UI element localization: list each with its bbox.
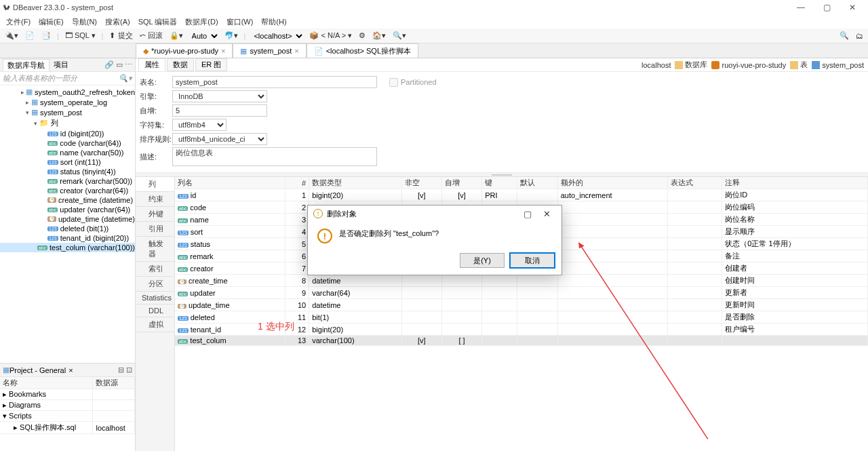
close-icon[interactable]: ×	[221, 47, 225, 55]
rollback-button[interactable]: ⤺ 回滚	[138, 31, 165, 41]
menu-icon[interactable]: ⊟	[118, 366, 124, 374]
home-icon[interactable]: 🏠▾	[370, 31, 388, 40]
menu-search[interactable]: 搜索(A)	[102, 16, 134, 28]
select-collation[interactable]: utf8mb4_unicode_ci	[172, 133, 267, 145]
menu-help[interactable]: 帮助(H)	[258, 16, 290, 28]
connection-dropdown[interactable]: <localhost>	[250, 31, 304, 41]
subtab-er[interactable]: ER 图	[195, 58, 227, 71]
tree-item[interactable]: 🕒 create_time (datetime)	[0, 195, 135, 205]
perspective-icon[interactable]: 🗂	[854, 32, 865, 40]
tree-item[interactable]: abc remark (varchar(500))	[0, 176, 135, 186]
link-icon[interactable]: 🔗	[104, 60, 114, 69]
column-header[interactable]: 数据类型	[309, 177, 401, 189]
grid-tab[interactable]: 引用	[136, 222, 174, 237]
breadcrumb-item[interactable]: localhost	[631, 60, 671, 70]
tab-system-post[interactable]: ▦system_post×	[233, 43, 306, 58]
column-header[interactable]: #	[285, 177, 309, 189]
list-item[interactable]: ▾ Scripts	[0, 411, 135, 422]
sync-icon[interactable]: 🔍▾	[391, 31, 408, 40]
select-charset[interactable]: utf8mb4	[172, 119, 226, 131]
grid-tab[interactable]: Statistics	[136, 292, 174, 305]
settings-icon[interactable]: ⚙	[357, 31, 368, 40]
table-row[interactable]: abc updater 9 varchar(64) 更新者	[175, 287, 868, 299]
dialog-maximize-button[interactable]: ▢	[518, 209, 537, 219]
collapse-icon[interactable]: ▭	[116, 60, 123, 69]
save-icon[interactable]: 📑	[39, 31, 53, 40]
col-datasource[interactable]: 数据源	[93, 377, 135, 389]
tree-filter-input[interactable]: 输入表格名称的一部分 🔍▾	[0, 72, 135, 85]
tab-projects[interactable]: 项目	[50, 59, 73, 71]
close-button[interactable]: ✕	[840, 3, 865, 12]
menu-database[interactable]: 数据库(D)	[182, 16, 221, 28]
tree-item[interactable]: ▸ ▦ system_oauth2_refresh_token	[0, 87, 135, 97]
tree-item[interactable]: ▾ 📁 列	[0, 117, 135, 129]
collapse-icon[interactable]: ⊡	[126, 366, 132, 374]
grid-tab[interactable]: DDL	[136, 305, 174, 317]
table-row[interactable]: 🕒 update_time 10 datetime 更新时间	[175, 299, 868, 311]
column-header[interactable]: 默认	[517, 177, 557, 189]
auto-commit-dropdown[interactable]: Auto	[188, 31, 220, 41]
maximize-button[interactable]: ▢	[814, 3, 840, 12]
tree-item[interactable]: 123 status (tinyint(4))	[0, 167, 135, 176]
menu-nav[interactable]: 导航(N)	[68, 16, 100, 28]
column-header[interactable]: 列名	[175, 177, 285, 189]
table-row[interactable]: 🕒 create_time 8 datetime 创建时间	[175, 275, 868, 287]
select-engine[interactable]: InnoDB	[172, 90, 267, 102]
tree-item[interactable]: 🕒 update_time (datetime)	[0, 214, 135, 224]
column-header[interactable]: 注释	[722, 177, 868, 189]
menu-edit[interactable]: 编辑(E)	[35, 16, 67, 28]
tree-item[interactable]: 123 deleted (bit(1))	[0, 224, 135, 233]
table-row[interactable]: 123 id 1 bigint(20)[v][v] PRIauto_increm…	[175, 189, 868, 201]
grid-tab[interactable]: 约束	[136, 192, 174, 207]
input-description[interactable]	[172, 147, 377, 166]
column-header[interactable]: 额外的	[557, 177, 667, 189]
col-name[interactable]: 名称	[0, 377, 93, 389]
dialog-close-button[interactable]: ✕	[537, 209, 556, 219]
minimize-button[interactable]: —	[788, 3, 814, 12]
dialog-cancel-button[interactable]: 取消	[510, 253, 555, 268]
menu-icon[interactable]: ⋯	[125, 60, 132, 69]
menu-sql-editor[interactable]: SQL 编辑器	[135, 16, 181, 28]
sql-editor-button[interactable]: 🗔 SQL ▾	[63, 31, 98, 40]
column-header[interactable]: 键	[482, 177, 517, 189]
tab-ruoyi[interactable]: ◆*ruoyi-vue-pro-study×	[136, 43, 233, 58]
checkbox-partitioned[interactable]: Partitioned	[389, 78, 437, 87]
tree-item[interactable]: 123 sort (int(11))	[0, 157, 135, 167]
breadcrumb-item[interactable]: 表	[790, 60, 808, 70]
input-table-name[interactable]	[172, 76, 377, 88]
subtab-data[interactable]: 数据	[167, 58, 194, 71]
commit-button[interactable]: ⬆ 提交	[107, 31, 134, 41]
tree-item[interactable]: ▾ ▦ system_post	[0, 107, 135, 117]
grid-tab[interactable]: 触发器	[136, 237, 174, 262]
grid-tab[interactable]: 列	[136, 177, 174, 192]
column-header[interactable]: 表达式	[667, 177, 722, 189]
list-item[interactable]: ▸ Bookmarks	[0, 389, 135, 400]
grid-tab[interactable]: 分区	[136, 277, 174, 292]
list-item[interactable]: ▸ Diagrams	[0, 400, 135, 411]
list-item[interactable]: ▸ SQL操作脚本.sqllocalhost	[0, 422, 135, 434]
dialog-yes-button[interactable]: 是(Y)	[460, 253, 505, 268]
search-icon[interactable]: 🔍	[837, 31, 851, 40]
breadcrumb-item[interactable]: ruoyi-vue-pro-study	[711, 60, 786, 70]
tree-item[interactable]: 123 id (bigint(20))	[0, 129, 135, 138]
tab-sql-script[interactable]: 📄<localhost> SQL操作脚本	[307, 43, 418, 58]
menu-file[interactable]: 文件(F)	[3, 16, 34, 28]
tree-item[interactable]: abc name (varchar(50))	[0, 148, 135, 157]
tree-item[interactable]: abc test_colum (varchar(100))	[0, 243, 135, 252]
tab-db-navigator[interactable]: 数据库导航	[3, 59, 50, 71]
breadcrumb-item[interactable]: 数据库	[675, 60, 707, 70]
new-conn-icon[interactable]: 🔌▾	[3, 31, 20, 40]
txn-level-icon[interactable]: 🐬▾	[222, 31, 240, 40]
txn-icon[interactable]: 🔒▾	[167, 31, 185, 40]
input-autoinc[interactable]	[172, 104, 267, 117]
tree-item[interactable]: abc code (varchar(64))	[0, 138, 135, 148]
grid-tab[interactable]: 索引	[136, 262, 174, 277]
close-icon[interactable]: ×	[294, 47, 298, 55]
tree-item[interactable]: 123 tenant_id (bigint(20))	[0, 233, 135, 243]
grid-tab[interactable]: 虚拟	[136, 317, 174, 332]
db-chooser-button[interactable]: 📦 < N/A > ▾	[307, 31, 354, 40]
navigation-tree[interactable]: ▸ ▦ system_oauth2_refresh_token ▸ ▦ syst…	[0, 85, 135, 363]
menu-window[interactable]: 窗口(W)	[223, 16, 257, 28]
tree-item[interactable]: abc updater (varchar(64))	[0, 205, 135, 214]
close-icon[interactable]: ×	[68, 366, 73, 374]
